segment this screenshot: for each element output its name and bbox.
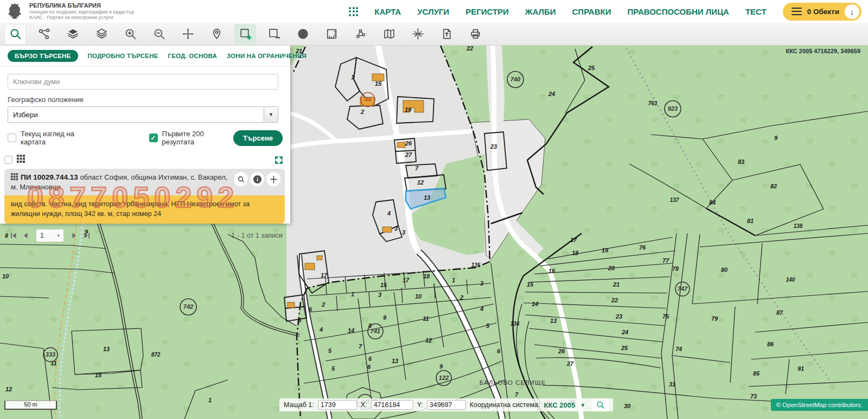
vertices-button[interactable]	[349, 24, 371, 45]
select-rect-remove-button[interactable]	[263, 24, 285, 45]
parcel-label: 12	[417, 179, 424, 186]
parcel-label: 22	[611, 297, 618, 303]
parcel-label: 24	[621, 329, 628, 335]
parcel-label: 17	[321, 272, 328, 278]
tab-3[interactable]: ЗОНИ НА ОГРАНИЧЕНИЯ	[227, 53, 307, 59]
measure-area-button[interactable]	[321, 24, 342, 45]
parcel-label: 82	[770, 183, 777, 189]
first-page-button[interactable]	[8, 231, 20, 240]
y-label: Y:	[417, 401, 423, 409]
brand-subtitle: Агенция по геодезия, картография и кадас…	[29, 9, 134, 15]
current-map-view-checkbox[interactable]	[8, 134, 16, 142]
select-rect-add-button[interactable]	[234, 24, 256, 45]
parcel-label: 83	[738, 158, 744, 165]
parcel-label: 20	[608, 265, 615, 271]
keywords-input[interactable]	[8, 74, 278, 90]
parcel-label: 134	[510, 321, 520, 327]
first-200-label: Първите 200 резултата	[162, 130, 234, 146]
brand: РЕПУБЛИКА БЪЛГАРИЯ Агенция по геодезия, …	[0, 2, 134, 21]
parcel-label: 15	[375, 80, 382, 87]
parcel-label: 23	[615, 313, 622, 320]
pan-button[interactable]	[177, 24, 199, 45]
apps-grid-icon[interactable]	[349, 7, 358, 16]
first-200-checkbox[interactable]: ✓	[149, 134, 158, 142]
geo-location-select[interactable]: Избери ▼	[8, 106, 278, 123]
pan-icon	[181, 27, 195, 41]
parcel-label: 5	[298, 317, 302, 323]
nav-item-4[interactable]: СПРАВКИ	[572, 7, 611, 16]
nav-item-2[interactable]: РЕГИСТРИ	[465, 7, 509, 16]
result-card[interactable]: ПИ 10029.744.13 област София, община Ихт…	[4, 169, 285, 224]
parcel-label: 75	[662, 313, 669, 320]
layers-filled-button[interactable]	[62, 24, 84, 45]
layers-icon	[95, 27, 108, 41]
nav-item-5[interactable]: ПРАВОСПОСОБНИ ЛИЦА	[627, 7, 729, 16]
objects-button[interactable]: 0 Обекти ↓	[783, 3, 861, 21]
parcel-label: 22	[466, 46, 473, 52]
parcel-label: 16	[548, 268, 556, 274]
nav-item-3[interactable]: ЖАЛБИ	[525, 7, 556, 16]
export-button[interactable]	[436, 24, 457, 45]
scale-input[interactable]	[318, 400, 357, 410]
network-button[interactable]	[33, 24, 55, 45]
layers-filled-icon	[66, 27, 80, 41]
nav-item-0[interactable]: КАРТА	[374, 7, 401, 16]
parcel-label: 4	[387, 210, 391, 217]
location-icon	[210, 27, 224, 41]
layers-button[interactable]	[91, 24, 112, 45]
parcel-label: 7	[415, 165, 419, 172]
parcel-label: 135	[471, 262, 481, 268]
prev-page-button[interactable]	[20, 231, 31, 240]
zoom-to-results-icon[interactable]	[275, 156, 283, 164]
parcel-label: 3	[480, 280, 483, 287]
map-sheets-button[interactable]	[378, 24, 400, 45]
parcel-label: 138	[794, 223, 803, 229]
select-dropdown-icon[interactable]: ▼	[264, 107, 278, 122]
result-zoom-button[interactable]	[234, 172, 248, 186]
x-coordinate-input[interactable]	[371, 400, 413, 410]
search-button[interactable]: Търсене	[233, 130, 283, 146]
search-button[interactable]	[4, 24, 26, 45]
info-button[interactable]: i	[292, 24, 314, 45]
parcel-label: 7	[515, 391, 519, 398]
zoom-out-button[interactable]	[148, 24, 170, 45]
parcel-label: 6	[497, 348, 501, 354]
pagination-summary: 1 - 1 от 1 записи	[232, 232, 283, 239]
statusbar-search-button[interactable]	[592, 398, 609, 411]
next-page-button[interactable]	[68, 231, 80, 240]
parcel-label: 13	[424, 194, 430, 201]
last-page-button[interactable]	[80, 231, 92, 240]
y-coordinate-input[interactable]	[427, 400, 466, 410]
download-arrow-icon[interactable]: ↓	[845, 4, 859, 19]
osm-attribution[interactable]: © OpenStreetMap contributors.	[771, 399, 868, 411]
svg-text:i: i	[257, 177, 258, 182]
parcel-grid-icon	[11, 173, 18, 180]
result-info-button[interactable]: i	[250, 172, 264, 186]
print-button[interactable]	[464, 24, 486, 45]
location-button[interactable]	[206, 24, 227, 45]
coordinates-button[interactable]	[407, 24, 429, 45]
nav-item-1[interactable]: УСЛУГИ	[417, 7, 449, 16]
parcel-label: 2	[360, 109, 364, 115]
nav-item-6[interactable]: ТЕСТ	[745, 7, 767, 16]
result-header[interactable]: ПИ 10029.744.13 област София, община Ихт…	[4, 169, 285, 195]
parcel-label: 15	[380, 282, 387, 288]
survey-point-label: 742	[183, 303, 193, 310]
tab-1[interactable]: ПОДРОБНО ТЪРСЕНЕ	[88, 53, 158, 59]
parcel-label: 17	[403, 277, 410, 283]
zoom-in-button[interactable]	[119, 24, 141, 45]
chevron-down-icon[interactable]: ▼	[580, 402, 585, 408]
info-icon: i	[296, 27, 310, 41]
result-add-button[interactable]	[266, 172, 280, 186]
crs-select[interactable]: ККС 2005	[544, 401, 576, 409]
select-all-results-checkbox[interactable]	[4, 156, 12, 164]
network-icon	[37, 27, 51, 41]
page-select[interactable]: 1▾	[36, 229, 64, 242]
tab-2[interactable]: ГЕОД. ОСНОВА	[168, 53, 218, 59]
parcel-label: 23	[490, 143, 497, 150]
parcel-label: 2	[459, 294, 463, 301]
parcel-label: 81	[747, 218, 754, 224]
page-number: 1	[40, 232, 44, 239]
tab-0[interactable]: БЪРЗО ТЪРСЕНЕ	[8, 50, 78, 62]
geo-location-label: Географско положение	[8, 96, 283, 104]
